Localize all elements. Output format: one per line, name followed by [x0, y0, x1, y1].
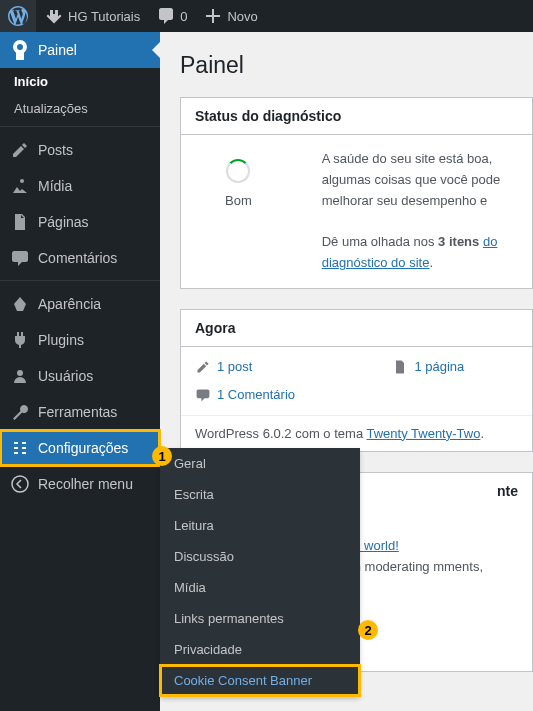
step-badge-2: 2 [358, 620, 378, 640]
menu-pages-label: Páginas [38, 214, 89, 230]
menu-plugins-label: Plugins [38, 332, 84, 348]
flyout-cookie-consent[interactable]: Cookie Consent Banner [160, 665, 360, 696]
health-indicator: Bom [195, 149, 282, 218]
stat-pages-label: 1 página [414, 359, 464, 374]
menu-posts[interactable]: Posts [0, 132, 160, 168]
health-desc: A saúde do seu site está boa, algumas co… [322, 149, 518, 211]
menu-comments-label: Comentários [38, 250, 117, 266]
stat-comments-label: 1 Comentário [217, 387, 295, 402]
flyout-discussion[interactable]: Discussão [160, 541, 360, 572]
flyout-permalinks[interactable]: Links permanentes [160, 603, 360, 634]
menu-media-label: Mídia [38, 178, 72, 194]
wp-version: WordPress 6.0.2 com o tema Twenty Twenty… [181, 415, 532, 451]
comments-count[interactable]: 0 [148, 0, 195, 32]
stat-pages[interactable]: 1 página [392, 359, 464, 375]
comments-count-label: 0 [180, 9, 187, 24]
theme-link[interactable]: Twenty Twenty-Two [366, 426, 480, 441]
settings-flyout: Geral Escrita Leitura Discussão Mídia Li… [160, 448, 360, 696]
menu-comments[interactable]: Comentários [0, 240, 160, 276]
menu-settings[interactable]: Configurações [0, 430, 160, 466]
wp-version-text: WordPress 6.0.2 com o tema [195, 426, 366, 441]
health-status: Bom [225, 193, 252, 208]
flyout-writing[interactable]: Escrita [160, 479, 360, 510]
health-count: 3 itens [438, 234, 479, 249]
submenu-updates[interactable]: Atualizações [0, 95, 160, 122]
menu-separator [0, 122, 160, 127]
menu-plugins[interactable]: Plugins [0, 322, 160, 358]
wp-logo[interactable] [0, 0, 36, 32]
site-name[interactable]: HG Tutoriais [36, 0, 148, 32]
menu-dashboard-label: Painel [38, 42, 77, 58]
flyout-privacy[interactable]: Privacidade [160, 634, 360, 665]
menu-settings-label: Configurações [38, 440, 128, 456]
menu-pages[interactable]: Páginas [0, 204, 160, 240]
flyout-general[interactable]: Geral [160, 448, 360, 479]
menu-collapse-label: Recolher menu [38, 476, 133, 492]
menu-tools[interactable]: Ferramentas [0, 394, 160, 430]
new-content-label: Novo [227, 9, 257, 24]
health-text: A saúde do seu site está boa, algumas co… [322, 149, 518, 274]
site-health-panel: Status do diagnóstico Bom A saúde do seu… [180, 97, 533, 289]
flyout-media[interactable]: Mídia [160, 572, 360, 603]
flyout-reading[interactable]: Leitura [160, 510, 360, 541]
site-name-label: HG Tutoriais [68, 9, 140, 24]
stat-comments[interactable]: 1 Comentário [195, 387, 295, 403]
menu-users-label: Usuários [38, 368, 93, 384]
stat-posts-label: 1 post [217, 359, 252, 374]
site-health-header: Status do diagnóstico [181, 98, 532, 135]
spinner-icon [226, 159, 250, 183]
menu-appearance[interactable]: Aparência [0, 286, 160, 322]
menu-dashboard[interactable]: Painel [0, 32, 160, 68]
submenu-home[interactable]: Início [0, 68, 160, 95]
step-badge-1: 1 [152, 446, 172, 466]
menu-tools-label: Ferramentas [38, 404, 117, 420]
svg-point-0 [12, 476, 28, 492]
menu-separator [0, 276, 160, 281]
health-pre: Dê uma olhada nos [322, 234, 438, 249]
admin-topbar: HG Tutoriais 0 Novo [0, 0, 533, 32]
admin-sidebar: Painel Início Atualizações Posts Mídia P… [0, 32, 160, 711]
page-title: Painel [180, 52, 533, 79]
menu-posts-label: Posts [38, 142, 73, 158]
menu-media[interactable]: Mídia [0, 168, 160, 204]
menu-collapse[interactable]: Recolher menu [0, 466, 160, 502]
at-a-glance-panel: Agora 1 post 1 página 1 Comentário WordP… [180, 309, 533, 452]
new-content[interactable]: Novo [195, 0, 265, 32]
menu-appearance-label: Aparência [38, 296, 101, 312]
menu-users[interactable]: Usuários [0, 358, 160, 394]
at-a-glance-header: Agora [181, 310, 532, 347]
stat-posts[interactable]: 1 post [195, 359, 252, 375]
